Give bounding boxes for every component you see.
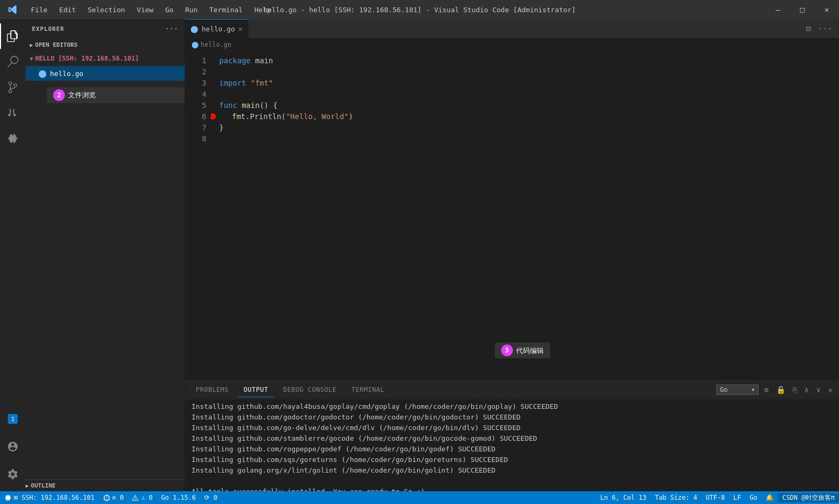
sidebar-header: EXPLORER ··· bbox=[26, 19, 185, 38]
hello-folder-header[interactable]: ▼ HELLO [SSH: 192.168.56.101] bbox=[26, 51, 185, 66]
menu-terminal[interactable]: Terminal bbox=[204, 4, 248, 16]
code-editor[interactable]: 1 2 3 4 5 6 7 8 package main import "fmt… bbox=[185, 51, 839, 380]
tab-close-button[interactable]: ✕ bbox=[238, 24, 243, 33]
breadcrumb-bar: ⬤ hello.go bbox=[185, 38, 839, 51]
terminal-line-9: All tools successfully installed. You ar… bbox=[185, 486, 839, 491]
more-editor-actions[interactable]: ··· bbox=[815, 21, 835, 36]
panel-tab-terminal[interactable]: TERMINAL bbox=[345, 383, 391, 397]
open-editors-section: ▶ OPEN EDITORS bbox=[26, 38, 185, 51]
tab-hello-go[interactable]: ⬤ hello.go ✕ bbox=[185, 19, 249, 38]
panel-lock-button[interactable]: 🔒 bbox=[774, 383, 787, 396]
open-editors-arrow: ▶ bbox=[30, 42, 33, 48]
status-go-version[interactable]: Go 1.15.6 bbox=[157, 491, 200, 504]
panel-copy-button[interactable]: ⎘ bbox=[791, 383, 799, 396]
menu-file[interactable]: File bbox=[26, 4, 53, 16]
window-title: hello.go - hello [SSH: 192.168.56.101] -… bbox=[263, 6, 576, 14]
terminal-line-2: Installing github.com/godoctor/godoctor … bbox=[185, 412, 839, 423]
activity-extensions[interactable] bbox=[0, 125, 26, 151]
status-csdn: CSDN @时空旅客π bbox=[778, 493, 839, 502]
status-tab-size[interactable]: Tab Size: 4 bbox=[651, 494, 701, 501]
terminal-line-1: Installing github.com/hayal4busa/goplay/… bbox=[185, 401, 839, 412]
minimap bbox=[834, 51, 839, 380]
sidebar: EXPLORER ··· ▶ OPEN EDITORS ▼ HELLO [SSH… bbox=[26, 19, 185, 491]
code-line-1: package main bbox=[219, 55, 834, 66]
activity-search[interactable] bbox=[0, 49, 26, 74]
titlebar: File Edit Selection View Go Run Terminal… bbox=[0, 0, 839, 19]
panel-clear-button[interactable]: ≡ bbox=[762, 383, 770, 396]
menu-view[interactable]: View bbox=[131, 4, 159, 16]
status-position-text: Ln 6, Col 13 bbox=[600, 494, 646, 501]
status-remote[interactable]: ⊞ SSH: 192.168.56.101 bbox=[0, 491, 99, 504]
activity-bar: 1 bbox=[0, 19, 26, 491]
activity-account[interactable] bbox=[0, 434, 26, 459]
outline-header[interactable]: ▶ OUTLINE bbox=[26, 480, 185, 491]
panel-area: PROBLEMS OUTPUT DEBUG CONSOLE TERMINAL G… bbox=[185, 380, 839, 491]
code-line-2 bbox=[219, 66, 834, 78]
activity-remote[interactable]: 1 bbox=[0, 406, 26, 432]
annotation-2-badge: 2 bbox=[53, 89, 65, 101]
annotation-2-text: 文件浏览 bbox=[68, 90, 96, 100]
activity-explorer[interactable] bbox=[0, 23, 26, 49]
panel-dropdown-value: Go bbox=[720, 386, 727, 393]
annotation-2-container: 2 文件浏览 bbox=[26, 81, 185, 103]
annotation-3-text: 代码编辑 bbox=[516, 345, 544, 356]
status-language[interactable]: Go bbox=[745, 494, 761, 501]
status-tab-size-text: Tab Size: 4 bbox=[655, 494, 697, 501]
menu-run[interactable]: Run bbox=[180, 4, 203, 16]
status-csdn-text: CSDN @时空旅客π bbox=[782, 493, 835, 502]
terminal-line-6: Installing github.com/sqs/goreturns (/ho… bbox=[185, 455, 839, 465]
svg-text:1: 1 bbox=[11, 416, 15, 423]
sidebar-more-actions[interactable]: ··· bbox=[165, 24, 178, 33]
status-line-ending[interactable]: LF bbox=[729, 494, 745, 501]
status-position[interactable]: Ln 6, Col 13 bbox=[596, 494, 651, 501]
status-warnings-text: ⚠ 0 bbox=[141, 494, 153, 501]
menu-edit[interactable]: Edit bbox=[54, 4, 81, 16]
vscode-logo bbox=[0, 5, 26, 14]
status-encoding-text: UTF-8 bbox=[705, 494, 725, 501]
status-warnings[interactable]: ⚠ 0 bbox=[128, 491, 157, 504]
annotation-3-label: 3 代码编辑 bbox=[495, 342, 550, 358]
code-content[interactable]: package main import "fmt" func main() { … bbox=[211, 51, 834, 380]
dropdown-arrow-icon: ▾ bbox=[751, 386, 755, 393]
activity-settings[interactable] bbox=[0, 461, 26, 487]
menu-selection[interactable]: Selection bbox=[82, 4, 130, 16]
terminal-line-7: Installing golang.org/x/lint/golint (/ho… bbox=[185, 465, 839, 476]
panel-scroll-down[interactable]: ∨ bbox=[814, 383, 823, 396]
menu-bar: File Edit Selection View Go Run Terminal… bbox=[26, 4, 276, 16]
outline-label: OUTLINE bbox=[31, 482, 55, 489]
panel-tab-output[interactable]: OUTPUT bbox=[237, 383, 275, 397]
window-controls: — □ ✕ bbox=[766, 0, 839, 19]
menu-go[interactable]: Go bbox=[160, 4, 179, 16]
terminal-line-3: Installing github.com/go-delve/delve/cmd… bbox=[185, 423, 839, 433]
editor-area: ⬤ hello.go ✕ ⊟ ··· ⬤ hello.go 1 2 3 4 bbox=[185, 19, 839, 491]
status-sync[interactable]: ⟳ 0 bbox=[200, 491, 221, 504]
status-remote-text: ⊞ SSH: 192.168.56.101 bbox=[14, 494, 95, 501]
status-errors-text: ⊘ 0 bbox=[112, 494, 124, 501]
activity-run-debug[interactable] bbox=[0, 100, 26, 125]
close-button[interactable]: ✕ bbox=[815, 0, 839, 19]
panel-tab-debug-console[interactable]: DEBUG CONSOLE bbox=[277, 383, 343, 397]
status-notification-icon: 🔔 bbox=[766, 494, 774, 501]
status-notification[interactable]: 🔔 bbox=[761, 494, 778, 501]
split-editor-button[interactable]: ⊟ bbox=[803, 21, 813, 36]
panel-close-button[interactable]: ✕ bbox=[826, 383, 835, 396]
status-language-text: Go bbox=[750, 494, 757, 501]
panel-scroll-up[interactable]: ∧ bbox=[802, 383, 811, 396]
outline-section: ▶ OUTLINE bbox=[26, 480, 185, 491]
maximize-button[interactable]: □ bbox=[790, 0, 815, 19]
editor-panel-container: 1 2 3 4 5 6 7 8 package main import "fmt… bbox=[185, 51, 839, 491]
status-encoding[interactable]: UTF-8 bbox=[701, 494, 729, 501]
activity-source-control[interactable] bbox=[0, 74, 26, 100]
panel-content[interactable]: Installing github.com/hayal4busa/goplay/… bbox=[185, 399, 839, 491]
breadcrumb-path: hello.go bbox=[201, 41, 231, 48]
minimize-button[interactable]: — bbox=[766, 0, 790, 19]
panel-output-dropdown[interactable]: Go ▾ bbox=[716, 384, 759, 395]
sidebar-title: EXPLORER bbox=[32, 26, 64, 32]
open-editors-header[interactable]: ▶ OPEN EDITORS bbox=[26, 38, 185, 51]
terminal-line-5: Installing github.com/rogpeppe/godef (/h… bbox=[185, 444, 839, 455]
status-errors[interactable]: ⊘ 0 bbox=[99, 491, 128, 504]
panel-tab-problems[interactable]: PROBLEMS bbox=[189, 383, 235, 397]
panel-tabs: PROBLEMS OUTPUT DEBUG CONSOLE TERMINAL G… bbox=[185, 380, 839, 399]
breadcrumb-icon: ⬤ bbox=[192, 41, 198, 48]
file-hello-go[interactable]: ⬤ hello.go bbox=[26, 66, 185, 81]
